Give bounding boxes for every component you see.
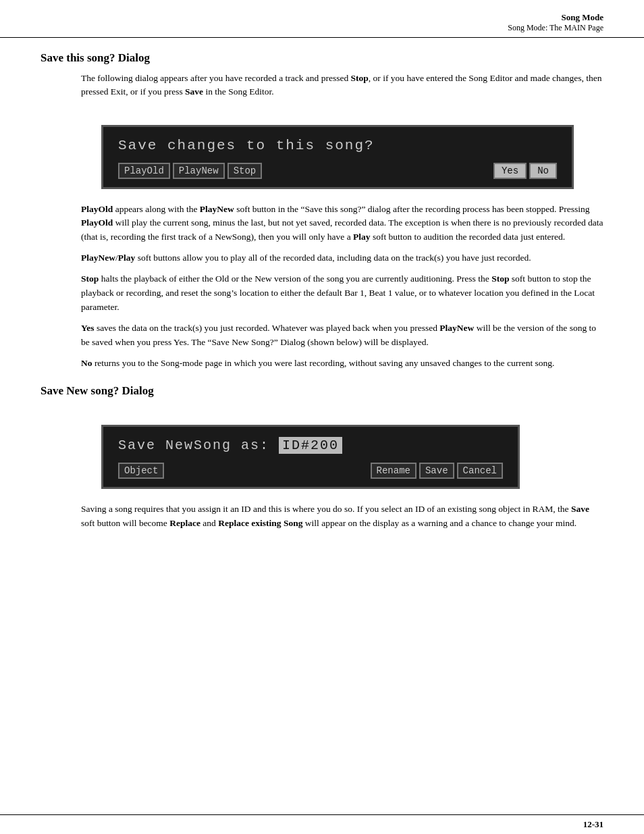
- lcd2-buttons-row: Object Rename Save Cancel: [118, 463, 503, 479]
- section1: Save this song? Dialog The following dia…: [41, 51, 603, 371]
- page-container: Song Mode Song Mode: The MAIN Page Save …: [0, 0, 644, 834]
- lcd2-id-value: ID#200: [279, 437, 342, 454]
- section2-closing: Saving a song requires that you assign i…: [81, 502, 603, 531]
- para-yes: Yes saves the data on the track(s) you j…: [81, 321, 603, 350]
- header-title: Song Mode: [508, 12, 603, 23]
- para-no: No returns you to the Song-mode page in …: [81, 357, 603, 371]
- lcd2-btn-object[interactable]: Object: [118, 463, 164, 479]
- main-content: Save this song? Dialog The following dia…: [0, 38, 644, 551]
- lcd2-btn-rename[interactable]: Rename: [371, 463, 417, 479]
- header-right: Song Mode Song Mode: The MAIN Page: [508, 12, 603, 33]
- lcd2-prefix: Save NewSong as:: [118, 438, 279, 453]
- para-playnew: PlayNew/Play soft buttons allow you to p…: [81, 251, 603, 265]
- lcd1-btn-playold[interactable]: PlayOld: [118, 163, 170, 179]
- lcd2-btn-save[interactable]: Save: [419, 463, 454, 479]
- lcd2-line1: Save NewSong as: ID#200: [118, 438, 503, 453]
- header-subtitle: Song Mode: The MAIN Page: [508, 23, 603, 33]
- lcd1-line1: Save changes to this song?: [118, 138, 557, 153]
- section2-heading: Save New song? Dialog: [41, 384, 603, 398]
- lcd1-btn-no[interactable]: No: [529, 163, 557, 179]
- lcd-display-2: Save NewSong as: ID#200 Object Rename Sa…: [101, 425, 520, 489]
- section1-heading: Save this song? Dialog: [41, 51, 603, 65]
- section2: Save New song? Dialog Save NewSong as: I…: [41, 384, 603, 531]
- lcd1-btn-stop[interactable]: Stop: [227, 163, 263, 179]
- lcd1-buttons-row: PlayOld PlayNew Stop Yes No: [118, 163, 557, 179]
- page-number: 12-31: [583, 819, 603, 830]
- section1-intro: The following dialog appears after you h…: [81, 72, 603, 99]
- lcd-display-1: Save changes to this song? PlayOld PlayN…: [101, 125, 574, 189]
- lcd2-btn-cancel[interactable]: Cancel: [457, 463, 503, 479]
- page-footer: 12-31: [0, 814, 644, 834]
- para-stop: Stop halts the playback of either the Ol…: [81, 272, 603, 315]
- page-header: Song Mode Song Mode: The MAIN Page: [0, 0, 644, 38]
- para-playold: PlayOld appears along with the PlayNew s…: [81, 203, 603, 245]
- lcd1-btn-playnew[interactable]: PlayNew: [173, 163, 225, 179]
- lcd1-btn-yes[interactable]: Yes: [493, 163, 527, 179]
